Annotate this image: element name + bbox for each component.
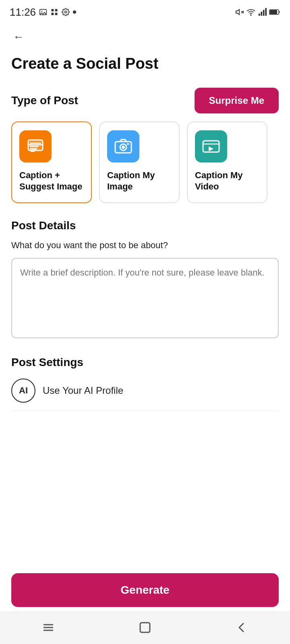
- svg-rect-4: [52, 13, 54, 15]
- svg-rect-11: [259, 14, 260, 16]
- svg-point-10: [251, 14, 251, 15]
- gear-status-icon: [62, 8, 70, 16]
- back-button[interactable]: ←: [11, 29, 26, 45]
- svg-point-1: [41, 11, 43, 12]
- image-caption-icon: [26, 137, 45, 156]
- post-type-title: Type of Post: [11, 94, 78, 107]
- svg-rect-3: [55, 9, 58, 12]
- nav-bar: [0, 612, 290, 644]
- status-bar: 11:26: [0, 0, 290, 23]
- back-arrow-icon: ←: [13, 31, 24, 43]
- nav-menu-button[interactable]: [41, 620, 56, 636]
- video-icon: [201, 137, 221, 156]
- caption-suggest-icon-bg: [19, 130, 52, 163]
- generate-wrapper: Generate: [0, 567, 290, 612]
- generate-button[interactable]: Generate: [11, 573, 279, 607]
- grid-status-icon: [50, 8, 58, 16]
- ai-profile-row[interactable]: AI Use Your AI Profile: [11, 379, 279, 411]
- caption-video-icon-bg: [195, 130, 227, 163]
- svg-marker-7: [236, 10, 239, 15]
- post-details-title: Post Details: [11, 219, 279, 232]
- status-icons-left: [39, 8, 76, 16]
- page-title: Create a Social Post: [11, 55, 279, 73]
- ai-badge: AI: [11, 379, 35, 403]
- camera-icon: [114, 137, 133, 156]
- post-type-cards: Caption + Suggest Image Caption My Image: [11, 121, 279, 203]
- nav-back-icon: [234, 620, 249, 635]
- svg-rect-14: [265, 8, 267, 16]
- post-details-question: What do you want the post to be about?: [11, 240, 279, 251]
- nav-home-button[interactable]: [138, 620, 152, 636]
- card-caption-image-label: Caption My Image: [107, 170, 172, 193]
- nav-back-button[interactable]: [234, 620, 249, 636]
- svg-marker-31: [209, 146, 213, 151]
- status-icons-right: [235, 8, 280, 16]
- image-status-icon: [39, 8, 47, 16]
- post-description-input[interactable]: [11, 258, 279, 338]
- menu-icon: [41, 620, 56, 635]
- svg-rect-2: [52, 9, 54, 12]
- svg-rect-12: [261, 12, 262, 16]
- card-caption-image[interactable]: Caption My Image: [99, 121, 180, 203]
- svg-point-27: [122, 146, 125, 149]
- status-time: 11:26: [10, 6, 36, 19]
- caption-image-icon-bg: [107, 130, 139, 163]
- post-type-section-header: Type of Post Surprise Me: [11, 88, 279, 113]
- svg-rect-13: [263, 10, 265, 16]
- card-caption-video-label: Caption My Video: [195, 170, 259, 193]
- signal-icon: [258, 8, 267, 16]
- card-caption-suggest-label: Caption + Suggest Image: [19, 170, 84, 193]
- svg-rect-28: [127, 143, 129, 145]
- svg-rect-29: [203, 141, 219, 152]
- mute-icon: [235, 8, 244, 16]
- card-caption-video[interactable]: Caption My Video: [187, 121, 267, 203]
- svg-rect-35: [140, 623, 150, 632]
- home-icon: [138, 620, 152, 635]
- svg-rect-16: [270, 10, 277, 14]
- notification-dot: [73, 10, 76, 14]
- post-settings-title: Post Settings: [11, 356, 279, 369]
- ai-profile-label: Use Your AI Profile: [43, 385, 123, 396]
- battery-icon: [269, 9, 280, 15]
- surprise-me-button[interactable]: Surprise Me: [195, 88, 279, 113]
- svg-point-6: [65, 11, 67, 13]
- card-caption-suggest[interactable]: Caption + Suggest Image: [11, 121, 92, 203]
- svg-rect-5: [55, 13, 58, 15]
- bottom-section: Generate: [0, 567, 290, 644]
- wifi-icon: [246, 8, 255, 16]
- main-content: ← Create a Social Post Type of Post Surp…: [0, 23, 290, 644]
